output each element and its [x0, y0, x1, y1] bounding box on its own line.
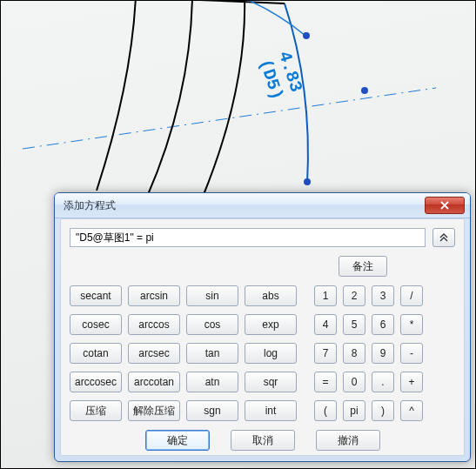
- key-minus[interactable]: -: [400, 343, 423, 364]
- func-compress[interactable]: 压缩: [70, 400, 122, 421]
- func-arccos[interactable]: arccos: [128, 314, 180, 335]
- key-7[interactable]: 7: [314, 343, 337, 364]
- remark-button[interactable]: 备注: [339, 256, 387, 277]
- ok-button[interactable]: 确定: [145, 430, 210, 451]
- key-2[interactable]: 2: [343, 285, 365, 306]
- func-cosec[interactable]: cosec: [70, 314, 122, 335]
- key-4[interactable]: 4: [314, 314, 337, 335]
- key-dot[interactable]: .: [372, 372, 394, 392]
- func-cotan[interactable]: cotan: [70, 343, 122, 364]
- func-decompress[interactable]: 解除压缩: [128, 400, 180, 421]
- chevron-up-double-icon: [439, 233, 448, 242]
- svg-line-0: [23, 88, 436, 149]
- func-exp[interactable]: exp: [245, 314, 297, 335]
- key-6[interactable]: 6: [372, 314, 394, 335]
- func-log[interactable]: log: [245, 343, 297, 364]
- func-arccosec[interactable]: arccosec: [70, 372, 122, 392]
- key-0[interactable]: 0: [343, 372, 365, 392]
- key-pi[interactable]: pi: [343, 400, 365, 421]
- svg-point-3: [361, 87, 368, 94]
- dialog-body: 备注 secant arcsin sin abs cosec arccos co…: [60, 218, 465, 456]
- key-8[interactable]: 8: [343, 343, 365, 364]
- expression-input[interactable]: [70, 228, 426, 247]
- svg-line-1: [136, 1, 285, 3]
- key-1[interactable]: 1: [314, 285, 337, 306]
- keypad-area: secant arcsin sin abs cosec arccos cos e…: [70, 285, 455, 423]
- numpad-grid: 1 2 3 / 4 5 6 * 7 8 9 - = 0 . + (: [314, 285, 423, 423]
- key-equals[interactable]: =: [314, 372, 337, 392]
- add-equation-dialog: 添加方程式 备注 secant: [54, 192, 471, 462]
- func-secant[interactable]: secant: [70, 285, 122, 306]
- key-lparen[interactable]: (: [314, 400, 337, 421]
- expression-row: [70, 228, 455, 247]
- svg-point-4: [304, 178, 311, 185]
- func-int[interactable]: int: [245, 400, 297, 421]
- viewport-3d: 4.83 (D5) 有限元技术 www.1CAE.com 添加方程式: [0, 0, 476, 469]
- func-arcsec[interactable]: arcsec: [128, 343, 180, 364]
- cancel-button[interactable]: 取消: [231, 430, 295, 451]
- close-icon: [440, 201, 449, 210]
- key-9[interactable]: 9: [372, 343, 394, 364]
- func-cos[interactable]: cos: [186, 314, 238, 335]
- func-tan[interactable]: tan: [186, 343, 238, 364]
- key-5[interactable]: 5: [343, 314, 365, 335]
- dialog-title: 添加方程式: [64, 198, 425, 213]
- dialog-titlebar[interactable]: 添加方程式: [55, 193, 470, 218]
- key-plus[interactable]: +: [400, 372, 423, 392]
- undo-button[interactable]: 撤消: [316, 430, 380, 451]
- key-rparen[interactable]: ): [372, 400, 394, 421]
- func-sqr[interactable]: sqr: [245, 372, 297, 392]
- func-abs[interactable]: abs: [245, 285, 297, 306]
- func-sgn[interactable]: sgn: [186, 400, 238, 421]
- func-sin[interactable]: sin: [186, 285, 238, 306]
- function-grid: secant arcsin sin abs cosec arccos cos e…: [70, 285, 297, 423]
- key-multiply[interactable]: *: [400, 314, 423, 335]
- key-power[interactable]: ^: [400, 400, 423, 421]
- svg-point-2: [303, 32, 310, 39]
- remark-row: 备注: [70, 256, 455, 277]
- close-button[interactable]: [425, 197, 465, 214]
- dialog-action-row: 确定 取消 撤消: [70, 430, 455, 451]
- func-atn[interactable]: atn: [186, 372, 238, 392]
- func-arccotan[interactable]: arccotan: [128, 372, 180, 392]
- key-divide[interactable]: /: [400, 285, 423, 306]
- func-arcsin[interactable]: arcsin: [128, 285, 180, 306]
- key-3[interactable]: 3: [372, 285, 394, 306]
- expand-button[interactable]: [432, 228, 455, 247]
